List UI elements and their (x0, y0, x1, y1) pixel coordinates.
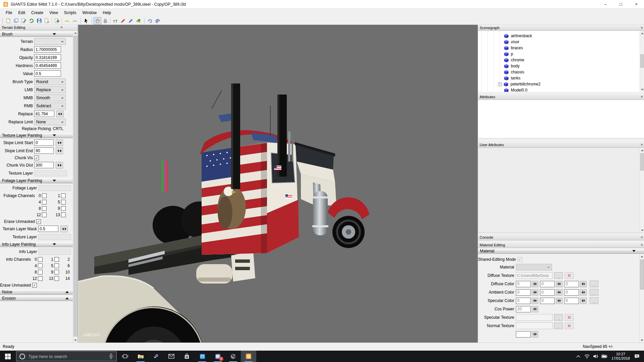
file-explorer-button[interactable] (133, 351, 148, 362)
terrain-sculpt-icon[interactable] (111, 17, 119, 24)
rotate-view-icon[interactable] (146, 17, 154, 24)
camera-navigation-icon[interactable] (94, 17, 101, 24)
minimize-button[interactable]: – (598, 0, 613, 8)
redo-icon[interactable] (71, 17, 78, 24)
spinner[interactable] (556, 289, 562, 296)
pick-color-button[interactable]: ... (590, 281, 598, 287)
spinner[interactable] (532, 306, 538, 312)
task-view-button[interactable] (117, 351, 133, 362)
giants-editor-taskbar-button[interactable] (241, 351, 256, 362)
scenegraph-node[interactable]: +peterbiltchrome2 (478, 81, 644, 87)
spinner[interactable] (556, 298, 562, 304)
terrain-dropdown[interactable] (34, 38, 66, 45)
foliage-channel-checkbox[interactable] (61, 200, 66, 204)
menu-help[interactable]: Help (100, 9, 114, 16)
noise-section-header[interactable]: Noise (0, 289, 73, 295)
specular-color-r[interactable] (516, 298, 531, 304)
viewport-3d[interactable]: editCam (78, 25, 478, 343)
spinner[interactable] (532, 298, 538, 304)
diffuse-color-b[interactable] (564, 281, 579, 287)
specular-texture-input[interactable] (516, 314, 553, 321)
texture-layer-field[interactable] (38, 234, 71, 240)
info-channel-checkbox[interactable] (54, 263, 59, 268)
scroll-up-icon[interactable] (640, 254, 644, 259)
pick-color-button[interactable]: ... (590, 297, 598, 304)
battery-icon[interactable] (600, 351, 609, 362)
rotate-object-icon[interactable] (154, 17, 161, 24)
terrain-layer-mask-spinner[interactable] (60, 226, 68, 232)
clear-texture-icon[interactable]: ✕ (565, 314, 574, 321)
ambient-color-r[interactable] (516, 289, 531, 296)
foliage-channel-checkbox[interactable] (42, 206, 47, 211)
spinner[interactable] (580, 281, 587, 287)
chunk-vis-checkbox[interactable]: ✓ (34, 156, 39, 160)
menu-view[interactable]: View (46, 9, 61, 16)
export-icon[interactable] (43, 17, 51, 24)
expand-icon[interactable]: + (498, 82, 502, 86)
foliage-layer-field[interactable] (38, 185, 71, 191)
specular-color-g[interactable] (540, 298, 555, 304)
scroll-up-icon[interactable] (640, 31, 644, 36)
undo-icon[interactable] (63, 17, 71, 24)
foliage-channel-checkbox[interactable] (42, 193, 47, 198)
erase-unmasked-checkbox[interactable]: ✓ (32, 283, 37, 288)
close-icon[interactable]: × (60, 25, 63, 30)
foliage-channel-checkbox[interactable] (42, 213, 47, 217)
slope-end-spinner[interactable] (56, 147, 63, 154)
cos-power-input[interactable] (516, 306, 531, 312)
diffuse-color-r[interactable] (516, 281, 531, 287)
value-input[interactable] (34, 70, 61, 77)
add-object-icon[interactable] (53, 17, 61, 24)
wifi-icon[interactable] (583, 351, 591, 362)
info-channel-checkbox[interactable] (54, 270, 59, 275)
specular-color-b[interactable] (564, 298, 579, 304)
discord-button[interactable]: 5 (210, 351, 225, 362)
foliage-channel-checkbox[interactable] (61, 206, 66, 211)
scenegraph-node[interactable]: chassis (478, 69, 644, 75)
opacity-input[interactable] (34, 54, 61, 61)
chunk-vis-dist-input[interactable] (34, 162, 54, 168)
spinner[interactable] (532, 331, 538, 338)
shared-editing-mode-checkbox[interactable]: ✓ (518, 257, 522, 262)
replace-input[interactable] (34, 111, 54, 117)
steam-button[interactable] (148, 351, 164, 362)
foliage-layer-painting-section-header[interactable]: Foliage Layer Painting (0, 178, 73, 183)
menu-file[interactable]: File (3, 9, 15, 16)
info-channel-checkbox[interactable] (38, 263, 43, 268)
scroll-down-icon[interactable] (640, 228, 644, 233)
lock-icon[interactable] (101, 17, 109, 24)
firefox-button[interactable] (225, 351, 241, 362)
info-channel-checkbox[interactable] (38, 270, 43, 275)
close-icon[interactable]: × (641, 142, 643, 147)
scroll-up-icon[interactable] (640, 148, 644, 153)
diffuse-texture-input[interactable] (516, 272, 553, 279)
scroll-down-icon[interactable] (640, 338, 644, 343)
reload-icon[interactable] (28, 17, 35, 24)
open-file-icon[interactable] (12, 17, 20, 24)
scenegraph-node[interactable]: Model0.0 (478, 87, 644, 92)
scenegraph-node[interactable]: chrome (478, 57, 644, 63)
edit-script-icon[interactable] (20, 17, 28, 24)
menu-window[interactable]: Window (79, 9, 100, 16)
taskbar-clock[interactable]: 10:27 17/01/2018 (611, 352, 630, 361)
store-button[interactable] (179, 351, 195, 362)
erosion-section-header[interactable]: Erosion (0, 295, 73, 301)
info-channel-checkbox[interactable] (38, 276, 43, 281)
texture-layer-field[interactable] (34, 170, 67, 176)
material-scrollbar[interactable] (639, 254, 644, 343)
search-input[interactable] (29, 354, 99, 359)
ambient-color-b[interactable] (564, 289, 579, 296)
replace-spinner[interactable] (56, 111, 64, 117)
scenegraph-node[interactable]: body (478, 63, 644, 69)
radius-input[interactable] (34, 46, 61, 53)
brush-type-dropdown[interactable]: Round (34, 78, 66, 85)
spinner[interactable] (556, 281, 562, 287)
partial-field[interactable] (516, 331, 531, 338)
scroll-up-icon[interactable] (73, 31, 78, 35)
tray-chevron-icon[interactable] (574, 351, 583, 362)
close-icon[interactable]: × (641, 243, 643, 247)
new-file-icon[interactable] (4, 17, 12, 24)
pick-color-button[interactable]: ... (590, 289, 598, 296)
close-icon[interactable]: × (641, 25, 643, 30)
mail-button[interactable] (164, 351, 179, 362)
